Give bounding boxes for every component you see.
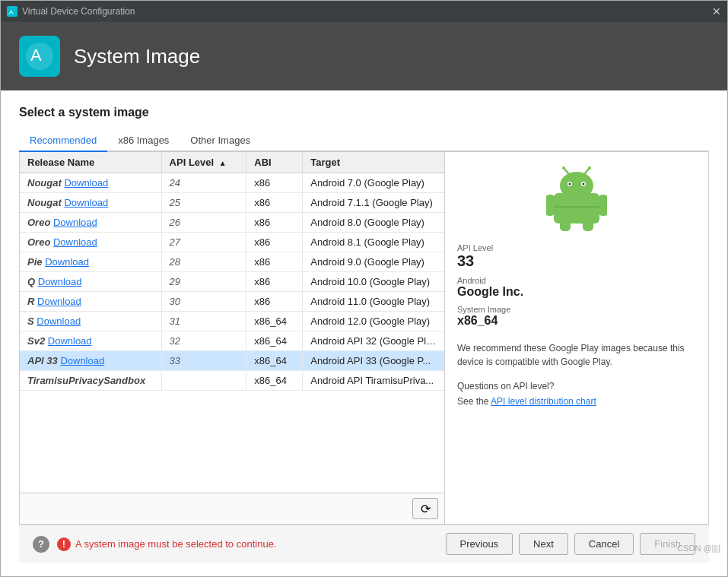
cell-target: Android API 32 (Google Play) [303,331,444,351]
cell-target: Android API TiramisuPriva... [303,371,444,391]
table-row[interactable]: Sv2 Download32x86_64Android API 32 (Goog… [20,331,444,351]
api-question-block: Questions on API level? See the API leve… [457,376,696,407]
cell-abi: x86 [246,272,303,292]
download-link[interactable]: Download [37,296,81,307]
cell-target: Android 8.0 (Google Play) [303,213,444,233]
sort-arrow-api: ▲ [219,159,227,167]
recommend-text: We recommend these Google Play images be… [457,341,696,369]
cell-abi: x86 [246,292,303,312]
download-link[interactable]: Download [64,177,108,189]
cell-release-name: API 33 Download [20,351,161,371]
cell-abi: x86 [246,252,303,272]
col-abi: ABI [246,152,303,173]
cell-release-name: Q Download [20,272,161,292]
svg-point-11 [562,166,565,170]
tab-recommended[interactable]: Recommended [19,130,107,152]
header-icon: A [19,36,60,77]
cell-abi: x86_64 [246,312,303,331]
tab-x86-images[interactable]: x86 Images [107,130,180,152]
cell-release-name: Pie Download [20,252,161,272]
table-row[interactable]: Nougat Download24x86Android 7.0 (Google … [20,173,444,193]
svg-rect-15 [598,195,607,216]
download-link[interactable]: Download [60,355,104,366]
table-row[interactable]: Oreo Download26x86Android 8.0 (Google Pl… [20,213,444,233]
cell-target: Android API 33 (Google P... [303,351,444,371]
table-row[interactable]: Oreo Download27x86Android 8.1 (Google Pl… [20,233,444,252]
cell-target: Android 11.0 (Google Play) [303,292,444,312]
table-row[interactable]: R Download30x86Android 11.0 (Google Play… [20,292,444,312]
android-robot-icon [546,164,607,233]
table-row[interactable]: API 33 Download33x86_64Android API 33 (G… [20,351,444,371]
table-row[interactable]: TiramisuPrivacySandboxx86_64Android API … [20,371,444,391]
cell-abi: x86 [246,193,303,213]
cell-api-level: 33 [161,351,246,371]
cancel-button[interactable]: Cancel [574,533,634,555]
api-level-value: 33 [457,252,696,270]
cell-target: Android 12.0 (Google Play) [303,312,444,331]
download-link[interactable]: Download [38,276,82,287]
section-title: Select a system image [19,106,709,119]
table-wrapper[interactable]: Release Name API Level ▲ ABI Target [20,152,444,493]
cell-api-level: 31 [161,312,246,331]
svg-point-5 [560,172,593,199]
bottom-bar: ? ! A system image must be selected to c… [19,525,709,563]
next-button[interactable]: Next [519,533,568,555]
error-message: A system image must be selected to conti… [75,538,276,550]
cell-target: Android 9.0 (Google Play) [303,252,444,272]
cell-abi: x86 [246,213,303,233]
table-row[interactable]: Nougat Download25x86Android 7.1.1 (Googl… [20,193,444,213]
previous-button[interactable]: Previous [446,533,513,555]
svg-line-12 [585,169,589,173]
api-level-chart-link[interactable]: API level distribution chart [491,396,596,407]
header-title: System Image [74,45,200,68]
cell-target: Android 7.1.1 (Google Play) [303,193,444,213]
svg-point-8 [569,183,571,185]
cell-api-level: 25 [161,193,246,213]
svg-point-13 [588,166,591,170]
system-image-block: System Image x86_64 [457,305,696,328]
col-target: Target [303,152,444,173]
system-image-label: System Image [457,305,696,314]
col-api-level[interactable]: API Level ▲ [161,152,246,173]
cell-abi: x86 [246,173,303,193]
download-link[interactable]: Download [45,256,89,268]
table-row[interactable]: Q Download29x86Android 10.0 (Google Play… [20,272,444,292]
download-link[interactable]: Download [53,236,97,248]
title-bar-title: Virtual Device Configuration [22,6,135,17]
cell-release-name: Oreo Download [20,213,161,233]
cell-target: Android 7.0 (Google Play) [303,173,444,193]
svg-rect-14 [546,195,555,216]
table-section: Release Name API Level ▲ ABI Target [19,152,445,525]
cell-release-name: TiramisuPrivacySandbox [20,371,161,391]
download-link[interactable]: Download [64,197,108,208]
body: Select a system image Recommended x86 Im… [1,90,727,577]
cell-api-level [161,371,246,391]
table-footer: ⟳ [20,493,444,524]
cell-api-level: 32 [161,331,246,351]
table-row[interactable]: Pie Download28x86Android 9.0 (Google Pla… [20,252,444,272]
app-icon: A [7,6,17,17]
svg-text:A: A [30,46,42,65]
close-button[interactable]: ✕ [712,5,721,17]
help-button[interactable]: ? [33,536,49,553]
api-question: Questions on API level? [457,381,696,392]
download-link[interactable]: Download [48,335,92,347]
refresh-button[interactable]: ⟳ [412,498,438,519]
android-block: Android Google Inc. [457,276,696,299]
table-header-row: Release Name API Level ▲ ABI Target [20,152,444,173]
table-row[interactable]: S Download31x86_64Android 12.0 (Google P… [20,312,444,331]
api-level-label: API Level [457,243,696,252]
table-body: Nougat Download24x86Android 7.0 (Google … [20,173,444,391]
cell-target: Android 8.1 (Google Play) [303,233,444,252]
svg-point-9 [583,183,585,185]
download-link[interactable]: Download [53,217,97,228]
cell-release-name: Oreo Download [20,233,161,252]
cell-abi: x86 [246,233,303,252]
cell-abi: x86_64 [246,351,303,371]
download-link[interactable]: Download [37,315,81,327]
tab-other-images[interactable]: Other Images [180,130,261,152]
cell-api-level: 28 [161,252,246,272]
cell-target: Android 10.0 (Google Play) [303,272,444,292]
title-bar: A Virtual Device Configuration ✕ [1,1,727,22]
android-value: Google Inc. [457,285,696,299]
